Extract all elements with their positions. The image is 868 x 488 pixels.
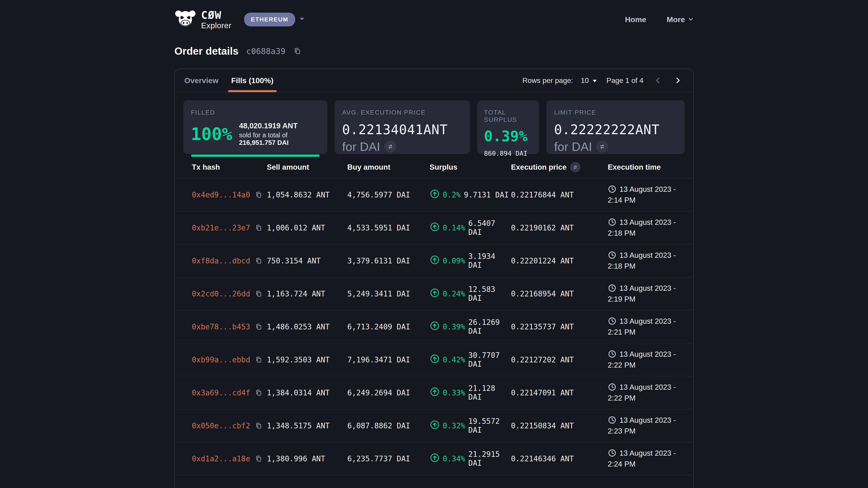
tx-hash-link[interactable]: 0xb21e...23e7 (192, 223, 250, 232)
execution-time: 13 August 2023 - 2:18 PM (608, 217, 686, 238)
network-selector[interactable]: ETHEREUM (244, 13, 305, 26)
buy-amount: 7,196.3471 DAI (347, 355, 430, 364)
surplus-amount: 19.5572 DAI (468, 417, 511, 434)
next-page-button[interactable] (673, 75, 683, 86)
tx-hash-link[interactable]: 0x050e...cbf2 (192, 421, 250, 430)
surplus-amount: 9.7131 DAI (464, 191, 509, 199)
chevron-down-icon (688, 15, 694, 24)
execution-time: 13 August 2023 - 2:22 PM (608, 382, 686, 403)
surplus-amount: 6.5407 DAI (468, 219, 511, 236)
tab-overview[interactable]: Overview (178, 69, 225, 92)
sell-amount: 1,380.996 ANT (267, 454, 347, 463)
tx-hash-link[interactable]: 0xb99a...ebbd (192, 355, 250, 364)
sell-amount: 750.3154 ANT (267, 256, 347, 265)
execution-price: 0.22168954 ANT (511, 289, 608, 298)
execution-price: 0.22135737 ANT (511, 322, 608, 331)
pagination-controls: Rows per page: 10 Page 1 of 4 (522, 75, 683, 86)
table-row: 0xf8da...dbcd 750.3154 ANT 3,379.6131 DA… (175, 244, 693, 277)
buy-amount: 5,249.3411 DAI (347, 289, 430, 298)
execution-price: 0.22190162 ANT (511, 223, 608, 232)
execution-time: 13 August 2023 - 2:24 PM (608, 448, 686, 469)
rows-per-page-select[interactable]: 10 (581, 76, 597, 85)
limit-price-label: LIMIT PRICE (554, 109, 677, 116)
copy-tx-hash-button[interactable] (255, 455, 262, 462)
tab-fills[interactable]: Fills (100%) (225, 69, 280, 92)
rows-per-page-label: Rows per page: (522, 76, 573, 85)
buy-amount: 3,379.6131 DAI (347, 256, 430, 265)
copy-tx-hash-button[interactable] (255, 290, 262, 297)
copy-tx-hash-button[interactable] (255, 191, 262, 199)
execution-time: 13 August 2023 - 2:21 PM (608, 316, 686, 337)
filled-amount: 48,020.1919 ANT (239, 122, 320, 130)
previous-page-button[interactable] (653, 75, 663, 86)
total-surplus-amount: 860.894 DAI (484, 150, 532, 157)
surplus-percent: 0.39% (443, 322, 465, 331)
top-navigation: CØW Explorer ETHEREUM Home More (175, 0, 694, 29)
nav-home-link[interactable]: Home (625, 15, 646, 24)
col-surplus: Surplus (430, 163, 511, 171)
tab-bar: Overview Fills (100%) Rows per page: 10 (175, 69, 693, 92)
copy-tx-hash-button[interactable] (255, 224, 262, 232)
copy-order-id-button[interactable] (293, 47, 301, 55)
page-header: Order details c0688a39 (175, 45, 694, 57)
page: CØW Explorer ETHEREUM Home More (0, 0, 868, 488)
network-caret-icon (299, 17, 305, 22)
surplus-percent: 0.33% (443, 388, 465, 397)
execution-time: 13 August 2023 - 2:14 PM (608, 184, 686, 205)
surplus-percent: 0.32% (443, 421, 465, 430)
table-header-row: Tx hash Sell amount Buy amount Surplus E… (175, 156, 693, 178)
clock-icon (608, 251, 616, 259)
table-row: 0xb21e...23e7 1,006.012 ANT 4,533.5951 D… (175, 211, 693, 244)
copy-tx-hash-button[interactable] (255, 389, 262, 396)
surplus-percent: 0.34% (443, 454, 465, 463)
copy-tx-hash-button[interactable] (255, 323, 262, 330)
execution-price: 0.22150834 ANT (511, 421, 608, 430)
col-execution-price: Execution price (511, 162, 608, 172)
main-nav: Home More (625, 15, 694, 24)
copy-tx-hash-button[interactable] (255, 422, 262, 429)
cow-logo-icon (175, 10, 196, 29)
brand-name: CØW (201, 10, 231, 20)
total-surplus-label: TOTAL SURPLUS (484, 109, 532, 123)
execution-price: 0.22127202 ANT (511, 355, 608, 364)
col-sell-amount: Sell amount (267, 163, 347, 171)
table-row: 0x050e...cbf2 1,348.5175 ANT 6,087.8862 … (175, 409, 693, 442)
surplus-up-icon (430, 222, 440, 234)
surplus-percent: 0.09% (443, 256, 465, 265)
invert-execution-price-button[interactable] (570, 162, 581, 172)
copy-tx-hash-button[interactable] (255, 257, 262, 265)
surplus-up-icon (430, 321, 440, 332)
surplus-percent: 0.2% (443, 191, 461, 199)
execution-time: 13 August 2023 - 2:18 PM (608, 250, 686, 271)
buy-amount: 6,087.8862 DAI (347, 421, 430, 430)
table-row: 0xd1a2...a18e 1,380.996 ANT 6,235.7737 D… (175, 442, 693, 475)
tx-hash-link[interactable]: 0x2cd0...26dd (192, 289, 250, 298)
tx-hash-link[interactable]: 0xd1a2...a18e (192, 454, 250, 463)
surplus-up-icon (430, 189, 440, 201)
execution-time: 13 August 2023 - 2:19 PM (608, 283, 686, 304)
order-fills-panel: Overview Fills (100%) Rows per page: 10 (175, 69, 694, 488)
surplus-percent: 0.42% (443, 355, 465, 364)
surplus-amount: 30.7707 DAI (468, 351, 511, 368)
copy-tx-hash-button[interactable] (255, 356, 262, 363)
invert-limit-price-button[interactable] (596, 140, 608, 153)
surplus-up-icon (430, 255, 440, 267)
invert-price-button[interactable] (384, 140, 397, 153)
limit-price-value: 0.22222222ANT (554, 122, 677, 137)
col-execution-time: Execution time (608, 163, 686, 171)
surplus-percent: 0.14% (443, 223, 465, 232)
tx-hash-link[interactable]: 0x3a69...cd4f (192, 388, 250, 397)
tx-hash-link[interactable]: 0xbe78...b453 (192, 322, 250, 331)
execution-price: 0.22147091 ANT (511, 388, 608, 397)
nav-more-menu[interactable]: More (666, 15, 693, 24)
next-row-partial (175, 475, 693, 488)
table-row: 0xb99a...ebbd 1,592.3503 ANT 7,196.3471 … (175, 343, 693, 376)
cow-explorer-logo[interactable]: CØW Explorer (175, 10, 231, 29)
buy-amount: 4,756.5977 DAI (347, 191, 430, 199)
network-badge[interactable]: ETHEREUM (244, 13, 295, 26)
tx-hash-link[interactable]: 0xf8da...dbcd (192, 256, 250, 265)
page-indicator: Page 1 of 4 (607, 76, 644, 85)
tx-hash-link[interactable]: 0x4ed9...14a0 (192, 191, 250, 199)
clock-icon (608, 284, 616, 292)
clock-icon (608, 449, 616, 457)
